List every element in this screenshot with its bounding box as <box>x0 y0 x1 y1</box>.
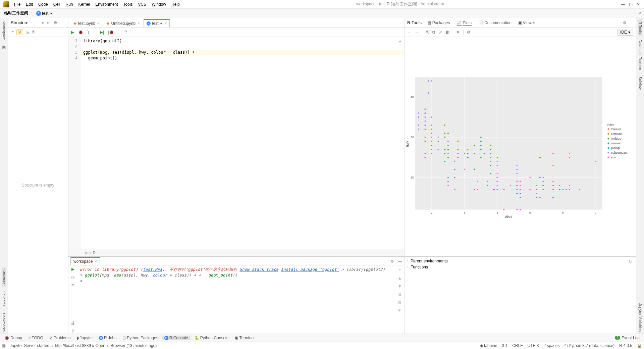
zoom-icon[interactable]: ⤢ <box>439 30 442 35</box>
menu-code[interactable]: Code <box>36 2 51 7</box>
status-message[interactable]: Jupyter Server started at http://localho… <box>10 343 157 348</box>
run-icon[interactable]: ▶ <box>71 30 74 35</box>
r-console-output[interactable]: Error in library(ggplot) (test.R#1): 不存在… <box>77 265 395 334</box>
settings-icon[interactable]: ⚙ <box>467 30 471 35</box>
show-vars-button[interactable]: V <box>16 29 23 35</box>
refresh-icon[interactable]: ↻ <box>629 259 632 264</box>
rtools-tab-packages[interactable]: ▦ Packages <box>426 20 452 25</box>
maximize-icon[interactable]: ▢ <box>629 2 633 7</box>
step-over-icon[interactable]: ⤵ <box>87 30 89 35</box>
down-icon[interactable]: ▼ <box>398 284 402 289</box>
close-icon[interactable]: ✕ <box>637 2 640 7</box>
bottom-tab-jupyter[interactable]: ◗ Jupyter <box>74 336 95 340</box>
add-console-icon[interactable]: ＋ <box>104 258 108 265</box>
up-icon[interactable]: ▲ <box>398 276 402 281</box>
console-tab-workspace[interactable]: workspace× <box>70 257 100 265</box>
menu-run[interactable]: Run <box>63 2 75 7</box>
delete-icon[interactable]: 🗑 <box>445 30 449 35</box>
breadcrumb-file[interactable]: test.R <box>42 11 52 16</box>
status-cursor-pos[interactable]: 3:1 <box>502 343 507 348</box>
minimize-icon[interactable]: — <box>621 2 625 7</box>
pin-icon[interactable]: ▣ <box>2 343 6 348</box>
bottom-tab-rconsole[interactable]: RR Console <box>162 336 191 340</box>
sidebar-tab-structure[interactable]: Structure <box>2 267 6 287</box>
run-selection-icon[interactable]: ▶| <box>100 30 104 35</box>
env-parent[interactable]: ›Parent environments <box>407 258 627 264</box>
rtools-tab-viewer[interactable]: ▣ Viewer <box>516 20 537 25</box>
menu-cell[interactable]: Cell <box>51 2 63 7</box>
menu-edit[interactable]: Edit <box>23 2 36 7</box>
bottom-tab-debug[interactable]: 🐞Debug <box>2 336 24 340</box>
close-tab-icon[interactable]: × <box>164 21 167 26</box>
install-pkg-link[interactable]: Install package 'ggplot' <box>281 267 339 272</box>
editor-tab-Untitled-ipynb[interactable]: ◉Untitled.ipynb× <box>103 19 143 27</box>
status-r[interactable]: R 4.0.5 <box>619 343 632 348</box>
close-tab-icon[interactable]: × <box>138 21 140 26</box>
menu-environment[interactable]: Environment <box>93 2 120 7</box>
error-link[interactable]: test.R#1 <box>143 267 162 272</box>
restart-icon[interactable]: ↻ <box>71 283 74 288</box>
history-icon[interactable]: ◷ <box>71 275 74 280</box>
rtools-tab-docs[interactable]: 📄 Documentation <box>476 20 514 25</box>
preview-icon[interactable]: 👁 <box>398 308 402 313</box>
lock-icon[interactable]: 🔒 <box>637 343 642 348</box>
sidebar-tab-rtools[interactable]: R Tools <box>638 19 642 36</box>
run-icon[interactable]: ▶ <box>71 267 74 271</box>
bottom-tab-pyconsole[interactable]: 🐍 Python Console <box>192 336 231 340</box>
export-icon[interactable]: ⇱ <box>426 30 429 35</box>
copy-icon[interactable]: ⧉ <box>398 292 401 297</box>
close-tab-icon[interactable]: × <box>95 259 97 264</box>
cancel-icon[interactable]: ✕ <box>457 30 460 35</box>
bottom-tab-pypkg[interactable]: ⊟ Python Packages <box>120 336 160 340</box>
env-functions[interactable]: ›Functions <box>407 264 627 270</box>
menu-file[interactable]: File <box>11 2 23 7</box>
close-tab-icon[interactable]: × <box>97 21 100 26</box>
bottom-tab-problems[interactable]: ⊘ Problems <box>47 336 73 340</box>
menu-tools[interactable]: Tools <box>121 2 136 7</box>
menu-vcs[interactable]: VCS <box>136 2 149 7</box>
sidebar-tab-database[interactable]: Database Explorer <box>638 38 642 72</box>
hide-icon[interactable]: — <box>629 20 633 25</box>
expand-selected-icon[interactable]: ⇥ <box>40 20 44 25</box>
gear-icon[interactable]: ⚙ <box>623 20 627 25</box>
bottom-tab-terminal[interactable]: ▣ Terminal <box>232 336 257 340</box>
bottom-tab-todo[interactable]: ≡ TODO <box>26 336 45 340</box>
menu-window[interactable]: Window <box>149 2 169 7</box>
delete-icon[interactable]: 🗑 <box>398 300 402 305</box>
plot-next-icon[interactable]: → <box>415 30 419 35</box>
console-help-icon[interactable]: ? <box>72 329 74 334</box>
sidebar-tab-jupvars[interactable]: Jupyter Variables <box>638 301 642 334</box>
sort-alpha-icon[interactable]: ↓ᴬ <box>10 30 14 35</box>
sidebar-tab-bookmarks[interactable]: Bookmarks <box>2 311 6 334</box>
status-line-sep[interactable]: CRLF <box>512 343 523 348</box>
add-icon[interactable]: ＋ <box>398 267 402 272</box>
plot-prev-icon[interactable]: ← <box>407 30 411 35</box>
expand-all-icon[interactable]: ⇲ <box>26 30 29 35</box>
sidebar-tab-workspace[interactable]: Workspace <box>2 19 6 42</box>
hide-icon[interactable]: — <box>396 259 404 265</box>
collapse-selected-icon[interactable]: ⇤ <box>46 20 51 25</box>
gear-icon[interactable]: ⚙ <box>388 259 396 265</box>
status-tabnine[interactable]: ◆ tabnine <box>480 343 497 348</box>
sidebar-tab-sciview[interactable]: SciView <box>638 74 642 92</box>
sidebar-tab-favorites[interactable]: Favorites <box>2 289 6 308</box>
open-browser-icon[interactable]: ↗ <box>638 11 641 16</box>
debug-selection-icon[interactable]: |🐞 <box>108 30 114 35</box>
debug-icon[interactable]: 🐞 <box>78 30 83 35</box>
breadcrumb-root[interactable]: 临时工作空间 <box>4 10 28 16</box>
help-icon[interactable]: ? <box>125 30 127 35</box>
status-encoding[interactable]: UTF-8 <box>528 343 539 348</box>
show-stack-link[interactable]: Show stack trace <box>239 267 278 272</box>
menu-kernel[interactable]: Kernel <box>75 2 93 7</box>
bottom-tab-eventlog[interactable]: 2Event Log <box>612 336 642 340</box>
editor-tab-test-ipynb[interactable]: ◉test.ipynb× <box>70 19 103 27</box>
rtools-tab-plots[interactable]: 📈 Plots <box>454 20 474 25</box>
status-indent[interactable]: 2 spaces <box>544 343 560 348</box>
code-editor[interactable]: library(ggplot2) ggplot(mpg, aes(displ, … <box>80 37 404 249</box>
hide-icon[interactable]: — <box>60 20 65 25</box>
ide-dropdown[interactable]: IDE▾ <box>617 29 633 36</box>
bottom-tab-rjobs[interactable]: RR Jobs <box>97 336 119 340</box>
status-python[interactable]: Python 3.7 (data-science) <box>565 343 615 348</box>
menu-help[interactable]: Help <box>169 2 182 7</box>
editor-tab-test-R[interactable]: Rtest.R× <box>144 19 170 27</box>
